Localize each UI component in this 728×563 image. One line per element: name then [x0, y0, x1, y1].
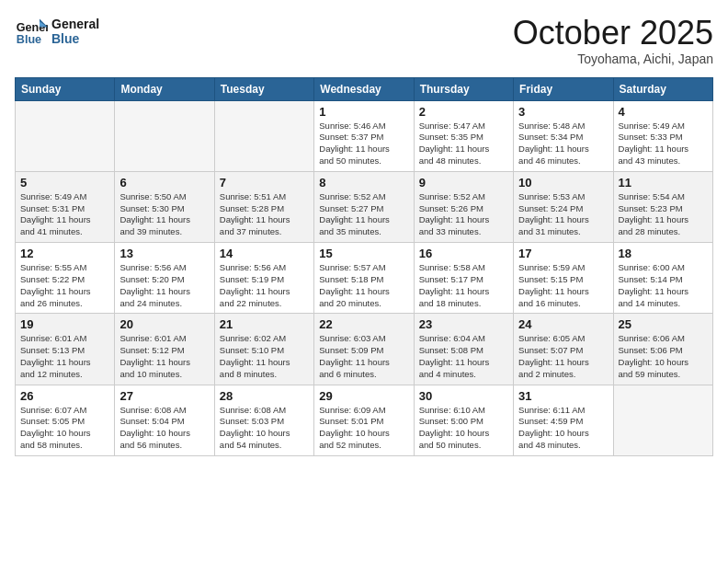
day-info: Sunrise: 5:58 AM Sunset: 5:17 PM Dayligh…	[419, 262, 508, 309]
calendar-cell	[613, 385, 712, 455]
day-info: Sunrise: 5:50 AM Sunset: 5:30 PM Dayligh…	[119, 191, 209, 238]
day-info: Sunrise: 6:01 AM Sunset: 5:13 PM Dayligh…	[20, 333, 109, 380]
logo-line2: Blue	[51, 31, 99, 46]
day-info: Sunrise: 5:48 AM Sunset: 5:34 PM Dayligh…	[518, 121, 608, 167]
day-info: Sunrise: 5:53 AM Sunset: 5:24 PM Dayligh…	[518, 191, 608, 238]
day-info: Sunrise: 6:11 AM Sunset: 4:59 PM Dayligh…	[518, 405, 608, 452]
calendar-cell: 22Sunrise: 6:03 AM Sunset: 5:09 PM Dayli…	[314, 314, 414, 385]
day-info: Sunrise: 5:49 AM Sunset: 5:33 PM Dayligh…	[619, 121, 708, 167]
day-number: 2	[419, 105, 508, 119]
day-info: Sunrise: 5:46 AM Sunset: 5:37 PM Dayligh…	[319, 121, 408, 167]
day-info: Sunrise: 6:09 AM Sunset: 5:01 PM Dayligh…	[319, 405, 408, 452]
calendar-cell: 10Sunrise: 5:53 AM Sunset: 5:24 PM Dayli…	[514, 171, 613, 242]
day-info: Sunrise: 5:55 AM Sunset: 5:22 PM Dayligh…	[20, 262, 109, 309]
day-info: Sunrise: 6:03 AM Sunset: 5:09 PM Dayligh…	[319, 333, 408, 380]
day-number: 12	[20, 247, 109, 260]
day-number: 31	[518, 389, 608, 403]
day-number: 7	[220, 176, 309, 190]
day-info: Sunrise: 5:47 AM Sunset: 5:35 PM Dayligh…	[419, 121, 508, 167]
day-info: Sunrise: 6:10 AM Sunset: 5:00 PM Dayligh…	[419, 405, 508, 452]
weekday-header-saturday: Saturday	[613, 77, 712, 100]
calendar-cell: 26Sunrise: 6:07 AM Sunset: 5:05 PM Dayli…	[16, 385, 115, 455]
day-info: Sunrise: 5:52 AM Sunset: 5:26 PM Dayligh…	[419, 191, 508, 238]
logo: General Blue General Blue	[15, 15, 99, 48]
day-number: 8	[319, 176, 408, 190]
calendar-cell: 30Sunrise: 6:10 AM Sunset: 5:00 PM Dayli…	[414, 385, 513, 455]
day-number: 19	[20, 317, 109, 331]
day-number: 26	[20, 389, 109, 403]
calendar-cell: 18Sunrise: 6:00 AM Sunset: 5:14 PM Dayli…	[613, 243, 712, 314]
day-info: Sunrise: 6:02 AM Sunset: 5:10 PM Dayligh…	[220, 333, 309, 380]
day-number: 27	[119, 389, 209, 403]
day-info: Sunrise: 6:08 AM Sunset: 5:03 PM Dayligh…	[220, 405, 309, 452]
day-number: 21	[220, 317, 309, 331]
calendar-cell: 12Sunrise: 5:55 AM Sunset: 5:22 PM Dayli…	[16, 243, 115, 314]
calendar-cell: 6Sunrise: 5:50 AM Sunset: 5:30 PM Daylig…	[115, 171, 214, 242]
calendar: SundayMondayTuesdayWednesdayThursdayFrid…	[15, 77, 713, 456]
svg-text:Blue: Blue	[17, 33, 41, 46]
weekday-header-tuesday: Tuesday	[214, 77, 313, 100]
calendar-week-row: 19Sunrise: 6:01 AM Sunset: 5:13 PM Dayli…	[16, 314, 713, 385]
day-number: 10	[518, 176, 608, 190]
weekday-header-row: SundayMondayTuesdayWednesdayThursdayFrid…	[16, 77, 713, 100]
month-title: October 2025	[513, 15, 713, 52]
calendar-cell: 13Sunrise: 5:56 AM Sunset: 5:20 PM Dayli…	[115, 243, 214, 314]
day-info: Sunrise: 5:56 AM Sunset: 5:19 PM Dayligh…	[220, 262, 309, 309]
day-number: 23	[419, 317, 508, 331]
calendar-cell: 28Sunrise: 6:08 AM Sunset: 5:03 PM Dayli…	[214, 385, 313, 455]
weekday-header-friday: Friday	[514, 77, 613, 100]
calendar-cell: 14Sunrise: 5:56 AM Sunset: 5:19 PM Dayli…	[214, 243, 313, 314]
day-info: Sunrise: 5:59 AM Sunset: 5:15 PM Dayligh…	[518, 262, 608, 309]
day-info: Sunrise: 6:05 AM Sunset: 5:07 PM Dayligh…	[518, 333, 608, 380]
day-info: Sunrise: 6:06 AM Sunset: 5:06 PM Dayligh…	[619, 333, 708, 380]
day-number: 15	[319, 247, 408, 260]
calendar-cell: 1Sunrise: 5:46 AM Sunset: 5:37 PM Daylig…	[314, 100, 414, 171]
day-number: 25	[619, 317, 708, 331]
calendar-cell: 29Sunrise: 6:09 AM Sunset: 5:01 PM Dayli…	[314, 385, 414, 455]
day-info: Sunrise: 6:00 AM Sunset: 5:14 PM Dayligh…	[619, 262, 708, 309]
calendar-cell: 2Sunrise: 5:47 AM Sunset: 5:35 PM Daylig…	[414, 100, 513, 171]
calendar-cell	[16, 100, 115, 171]
day-info: Sunrise: 6:08 AM Sunset: 5:04 PM Dayligh…	[119, 405, 209, 452]
day-info: Sunrise: 6:01 AM Sunset: 5:12 PM Dayligh…	[119, 333, 209, 380]
day-number: 6	[119, 176, 209, 190]
calendar-week-row: 26Sunrise: 6:07 AM Sunset: 5:05 PM Dayli…	[16, 385, 713, 455]
day-number: 24	[518, 317, 608, 331]
day-number: 29	[319, 389, 408, 403]
day-info: Sunrise: 6:07 AM Sunset: 5:05 PM Dayligh…	[20, 405, 109, 452]
logo-line1: General	[51, 17, 99, 31]
calendar-week-row: 1Sunrise: 5:46 AM Sunset: 5:37 PM Daylig…	[16, 100, 713, 171]
day-number: 11	[619, 176, 708, 190]
logo-icon: General Blue	[15, 15, 48, 48]
day-number: 17	[518, 247, 608, 260]
weekday-header-wednesday: Wednesday	[314, 77, 414, 100]
day-number: 4	[619, 105, 708, 119]
calendar-cell: 11Sunrise: 5:54 AM Sunset: 5:23 PM Dayli…	[613, 171, 712, 242]
day-number: 28	[220, 389, 309, 403]
calendar-cell: 3Sunrise: 5:48 AM Sunset: 5:34 PM Daylig…	[514, 100, 613, 171]
day-number: 18	[619, 247, 708, 260]
calendar-cell: 5Sunrise: 5:49 AM Sunset: 5:31 PM Daylig…	[16, 171, 115, 242]
weekday-header-monday: Monday	[115, 77, 214, 100]
day-info: Sunrise: 6:04 AM Sunset: 5:08 PM Dayligh…	[419, 333, 508, 380]
calendar-cell: 4Sunrise: 5:49 AM Sunset: 5:33 PM Daylig…	[613, 100, 712, 171]
day-number: 3	[518, 105, 608, 119]
calendar-cell: 7Sunrise: 5:51 AM Sunset: 5:28 PM Daylig…	[214, 171, 313, 242]
calendar-cell: 15Sunrise: 5:57 AM Sunset: 5:18 PM Dayli…	[314, 243, 414, 314]
calendar-cell: 9Sunrise: 5:52 AM Sunset: 5:26 PM Daylig…	[414, 171, 513, 242]
calendar-cell: 21Sunrise: 6:02 AM Sunset: 5:10 PM Dayli…	[214, 314, 313, 385]
calendar-cell: 25Sunrise: 6:06 AM Sunset: 5:06 PM Dayli…	[613, 314, 712, 385]
day-number: 22	[319, 317, 408, 331]
calendar-cell	[115, 100, 214, 171]
day-info: Sunrise: 5:56 AM Sunset: 5:20 PM Dayligh…	[119, 262, 209, 309]
calendar-cell: 17Sunrise: 5:59 AM Sunset: 5:15 PM Dayli…	[514, 243, 613, 314]
calendar-week-row: 12Sunrise: 5:55 AM Sunset: 5:22 PM Dayli…	[16, 243, 713, 314]
calendar-cell	[214, 100, 313, 171]
day-info: Sunrise: 5:52 AM Sunset: 5:27 PM Dayligh…	[319, 191, 408, 238]
day-info: Sunrise: 5:54 AM Sunset: 5:23 PM Dayligh…	[619, 191, 708, 238]
day-number: 1	[319, 105, 408, 119]
day-number: 16	[419, 247, 508, 260]
location: Toyohama, Aichi, Japan	[513, 52, 713, 66]
weekday-header-sunday: Sunday	[16, 77, 115, 100]
weekday-header-thursday: Thursday	[414, 77, 513, 100]
